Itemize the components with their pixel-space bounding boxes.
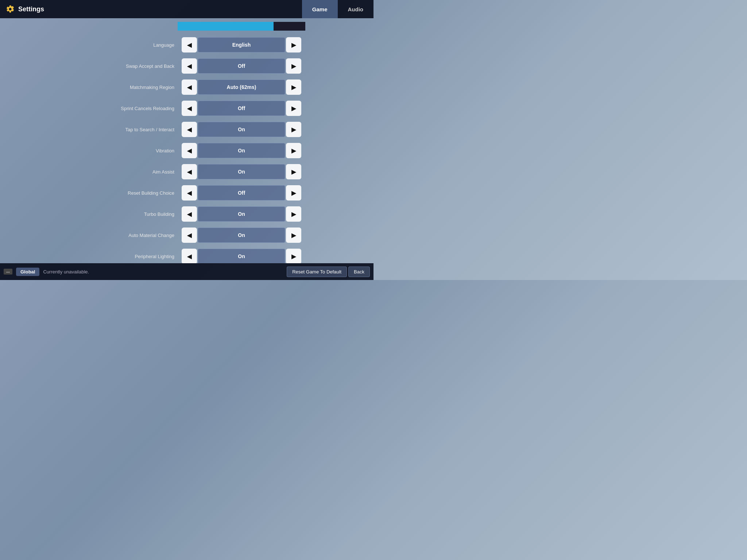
setting-row-auto-material-change: Auto Material Change ◀ On ▶	[0, 225, 374, 246]
setting-left-btn-matchmaking-region[interactable]: ◀	[182, 79, 197, 95]
setting-left-btn-language[interactable]: ◀	[182, 37, 197, 52]
setting-right-btn-turbo-building[interactable]: ▶	[286, 206, 301, 222]
slider-filled	[178, 22, 274, 31]
setting-value-auto-material-change: On	[198, 228, 285, 243]
setting-right-btn-peripheral-lighting[interactable]: ▶	[286, 249, 301, 263]
slider-row	[0, 18, 374, 34]
setting-row-vibration: Vibration ◀ On ▶	[0, 140, 374, 161]
setting-right-btn-aim-assist[interactable]: ▶	[286, 164, 301, 179]
setting-control-aim-assist: ◀ On ▶	[182, 164, 301, 179]
setting-row-turbo-building: Turbo Building ◀ On ▶	[0, 203, 374, 225]
setting-control-sprint-cancels-reloading: ◀ Off ▶	[182, 101, 301, 116]
setting-control-vibration: ◀ On ▶	[182, 143, 301, 158]
setting-left-btn-turbo-building[interactable]: ◀	[182, 206, 197, 222]
setting-left-btn-vibration[interactable]: ◀	[182, 143, 197, 158]
settings-scroll-area: Language ◀ English ▶ Swap Accept and Bac…	[0, 18, 374, 263]
setting-right-btn-sprint-cancels-reloading[interactable]: ▶	[286, 101, 301, 116]
setting-value-turbo-building: On	[198, 206, 285, 222]
reset-game-button[interactable]: Reset Game To Default	[287, 267, 347, 277]
slider-control	[178, 21, 305, 31]
setting-label-sprint-cancels-reloading: Sprint Cancels Reloading	[72, 106, 182, 111]
bottom-buttons: Reset Game To Default Back	[287, 267, 370, 277]
setting-row-peripheral-lighting: Peripheral Lighting ◀ On ▶	[0, 246, 374, 263]
setting-left-btn-peripheral-lighting[interactable]: ◀	[182, 249, 197, 263]
setting-left-btn-reset-building-choice[interactable]: ◀	[182, 185, 197, 201]
setting-row-tap-to-search: Tap to Search / Interact ◀ On ▶	[0, 119, 374, 140]
setting-row-sprint-cancels-reloading: Sprint Cancels Reloading ◀ Off ▶	[0, 98, 374, 119]
setting-control-auto-material-change: ◀ On ▶	[182, 228, 301, 243]
setting-label-language: Language	[72, 42, 182, 48]
setting-right-btn-tap-to-search[interactable]: ▶	[286, 122, 301, 137]
slider-track-container[interactable]	[178, 21, 305, 31]
setting-control-reset-building-choice: ◀ Off ▶	[182, 185, 301, 201]
back-button[interactable]: Back	[348, 267, 370, 277]
setting-value-peripheral-lighting: On	[198, 249, 285, 263]
header: Settings Game Audio	[0, 0, 374, 18]
setting-label-turbo-building: Turbo Building	[72, 211, 182, 217]
setting-left-btn-auto-material-change[interactable]: ◀	[182, 228, 197, 243]
setting-value-tap-to-search: On	[198, 122, 285, 137]
setting-value-sprint-cancels-reloading: Off	[198, 101, 285, 116]
slider-empty	[274, 22, 306, 31]
slider-track	[178, 22, 305, 31]
setting-right-btn-auto-material-change[interactable]: ▶	[286, 228, 301, 243]
setting-left-btn-sprint-cancels-reloading[interactable]: ◀	[182, 101, 197, 116]
setting-right-btn-matchmaking-region[interactable]: ▶	[286, 79, 301, 95]
tab-game[interactable]: Game	[302, 0, 338, 18]
setting-row-aim-assist: Aim Assist ◀ On ▶	[0, 161, 374, 182]
setting-control-language: ◀ English ▶	[182, 37, 301, 52]
setting-label-swap-accept-back: Swap Accept and Back	[72, 63, 182, 69]
setting-right-btn-vibration[interactable]: ▶	[286, 143, 301, 158]
setting-value-language: English	[198, 37, 285, 52]
setting-control-peripheral-lighting: ◀ On ▶	[182, 249, 301, 263]
gear-icon	[6, 5, 15, 13]
setting-left-btn-aim-assist[interactable]: ◀	[182, 164, 197, 179]
minus-icon: —	[4, 269, 12, 275]
bottom-bar: — Global Currently unavailable. Reset Ga…	[0, 263, 374, 280]
setting-right-btn-swap-accept-back[interactable]: ▶	[286, 58, 301, 74]
setting-value-reset-building-choice: Off	[198, 185, 285, 201]
setting-value-aim-assist: On	[198, 164, 285, 179]
setting-row-reset-building-choice: Reset Building Choice ◀ Off ▶	[0, 182, 374, 203]
setting-label-peripheral-lighting: Peripheral Lighting	[72, 254, 182, 259]
setting-control-swap-accept-back: ◀ Off ▶	[182, 58, 301, 74]
setting-label-aim-assist: Aim Assist	[72, 169, 182, 175]
setting-label-reset-building-choice: Reset Building Choice	[72, 190, 182, 196]
global-label: Global	[16, 268, 39, 276]
setting-label-matchmaking-region: Matchmaking Region	[72, 85, 182, 90]
setting-row-swap-accept-back: Swap Accept and Back ◀ Off ▶	[0, 55, 374, 77]
setting-control-turbo-building: ◀ On ▶	[182, 206, 301, 222]
header-title-text: Settings	[18, 5, 44, 13]
tab-audio[interactable]: Audio	[338, 0, 374, 18]
setting-value-matchmaking-region: Auto (62ms)	[198, 79, 285, 95]
setting-row-matchmaking-region: Matchmaking Region ◀ Auto (62ms) ▶	[0, 77, 374, 98]
setting-label-tap-to-search: Tap to Search / Interact	[72, 127, 182, 132]
setting-label-auto-material-change: Auto Material Change	[72, 233, 182, 238]
unavailable-text: Currently unavailable.	[43, 269, 283, 275]
setting-value-vibration: On	[198, 143, 285, 158]
setting-left-btn-swap-accept-back[interactable]: ◀	[182, 58, 197, 74]
setting-value-swap-accept-back: Off	[198, 58, 285, 74]
setting-row-language: Language ◀ English ▶	[0, 34, 374, 55]
setting-label-vibration: Vibration	[72, 148, 182, 153]
setting-control-tap-to-search: ◀ On ▶	[182, 122, 301, 137]
setting-left-btn-tap-to-search[interactable]: ◀	[182, 122, 197, 137]
settings-list: Language ◀ English ▶ Swap Accept and Bac…	[0, 34, 374, 263]
setting-right-btn-language[interactable]: ▶	[286, 37, 301, 52]
header-tabs: Game Audio	[302, 0, 374, 18]
setting-control-matchmaking-region: ◀ Auto (62ms) ▶	[182, 79, 301, 95]
setting-right-btn-reset-building-choice[interactable]: ▶	[286, 185, 301, 201]
header-title-group: Settings	[6, 5, 44, 13]
